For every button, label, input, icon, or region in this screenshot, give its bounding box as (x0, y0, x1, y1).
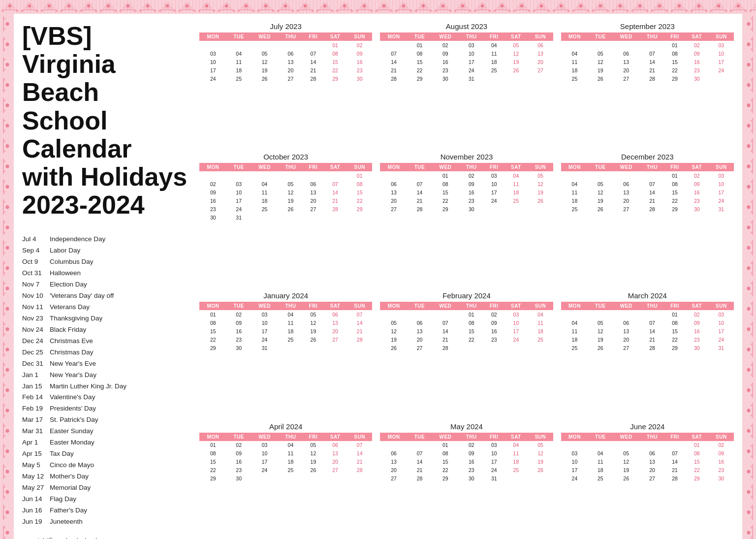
calendar-day-cell: 08 (685, 449, 709, 458)
calendar-day-cell: 08 (664, 49, 685, 58)
calendar-day-cell: 24 (504, 335, 528, 344)
holiday-date: Oct 9 (22, 256, 46, 268)
calendar-day-cell: 12 (251, 58, 279, 66)
calendar-8: March 2024MONTUEWEDTHUFRISATSUN010203040… (561, 291, 734, 413)
calendar-day-cell (199, 171, 227, 180)
holiday-item: Nov 7Election Day (22, 279, 189, 290)
calendar-day-cell: 06 (303, 180, 324, 188)
calendar-day-cell: 03 (251, 441, 279, 449)
calendar-day-cell (278, 344, 303, 352)
calendar-day-cell (588, 310, 612, 318)
holiday-date: Nov 23 (22, 313, 46, 324)
calendar-header-cell: TUE (227, 302, 251, 310)
calendar-day-cell: 26 (504, 66, 528, 74)
calendar-day-cell: 01 (432, 171, 459, 180)
calendar-day-cell: 26 (588, 205, 612, 213)
calendar-day-cell: 23 (484, 335, 504, 344)
holiday-date: Mar 31 (22, 426, 46, 437)
calendar-day-cell: 19 (380, 335, 408, 344)
calendar-day-cell: 24 (227, 205, 251, 213)
calendar-day-cell: 24 (251, 466, 279, 475)
calendar-table: MONTUEWEDTHUFRISATSUN0102030405060708091… (380, 163, 553, 213)
calendar-day-cell: 31 (227, 213, 251, 222)
calendar-header-cell: SUN (709, 433, 734, 441)
calendar-day-cell (278, 213, 303, 222)
holiday-date: Nov 10 (22, 290, 46, 302)
calendar-header-cell: WED (432, 32, 459, 41)
calendar-day-cell: 10 (484, 180, 504, 188)
calendar-day-cell: 07 (303, 49, 324, 58)
holiday-name: Presidents' Day (50, 403, 96, 414)
calendar-day-cell: 08 (199, 449, 227, 458)
calendar-day-cell: 16 (709, 458, 734, 466)
calendar-day-cell: 22 (408, 66, 432, 74)
holidays-list: Jul 4Independence DaySep 4Labor DayOct 9… (22, 234, 189, 527)
holiday-item: Nov 24Black Friday (22, 324, 189, 336)
calendar-day-cell: 22 (199, 335, 227, 344)
calendar-day-cell: 19 (278, 196, 303, 205)
calendar-day-cell (347, 213, 372, 222)
holiday-item: Feb 14Valentine's Day (22, 392, 189, 403)
holiday-item: Oct 31Halloween (22, 268, 189, 279)
calendar-header-cell: SUN (528, 302, 553, 310)
calendar-header-cell: WED (251, 32, 279, 41)
calendar-table: MONTUEWEDTHUFRISATSUN0102030405060708091… (561, 302, 734, 352)
calendar-day-cell (588, 441, 612, 449)
calendar-day-cell: 27 (612, 344, 640, 352)
calendar-day-cell: 31 (484, 475, 504, 483)
calendar-day-cell: 13 (380, 458, 408, 466)
calendar-table: MONTUEWEDTHUFRISATSUN0102030405060708091… (561, 163, 734, 213)
calendar-day-cell (380, 41, 408, 49)
calendar-day-cell: 20 (408, 335, 432, 344)
calendar-day-cell: 08 (432, 180, 459, 188)
calendar-day-cell: 17 (484, 188, 504, 196)
calendar-day-cell: 21 (408, 466, 432, 475)
calendar-day-cell: 20 (303, 196, 324, 205)
calendar-day-cell: 16 (685, 327, 709, 335)
calendar-day-cell: 21 (432, 335, 459, 344)
calendar-day-cell (251, 41, 279, 49)
calendar-header-cell: SAT (504, 433, 528, 441)
calendar-day-cell: 22 (664, 196, 685, 205)
calendar-day-cell: 08 (432, 449, 459, 458)
calendar-day-cell: 10 (709, 180, 734, 188)
calendar-day-cell: 04 (278, 441, 303, 449)
calendar-day-cell: 29 (664, 205, 685, 213)
calendar-header-cell: SUN (709, 302, 734, 310)
calendar-day-cell: 20 (612, 66, 640, 74)
calendar-day-cell: 20 (323, 327, 347, 335)
calendar-day-cell: 19 (528, 458, 553, 466)
calendar-header-cell: MON (561, 32, 589, 41)
calendar-day-cell: 10 (227, 188, 251, 196)
calendar-day-cell: 17 (459, 58, 484, 66)
calendar-day-cell: 02 (685, 310, 709, 318)
calendar-day-cell: 04 (561, 318, 589, 327)
holiday-name: Election Day (50, 279, 87, 290)
calendar-day-cell (709, 74, 734, 83)
holiday-item: Nov 10'Veterans Day' day off (22, 290, 189, 302)
calendar-day-cell: 14 (640, 58, 664, 66)
calendar-day-cell: 09 (227, 318, 251, 327)
calendar-day-cell: 23 (459, 196, 484, 205)
calendar-day-cell: 12 (504, 49, 528, 58)
holiday-date: Mar 17 (22, 414, 46, 426)
calendar-day-cell: 22 (459, 335, 484, 344)
calendar-day-cell: 29 (664, 74, 685, 83)
calendar-day-cell: 17 (561, 466, 589, 475)
calendar-day-cell: 25 (278, 466, 303, 475)
holiday-item: Jun 19Juneteenth (22, 516, 189, 528)
calendar-10: May 2024MONTUEWEDTHUFRISATSUN01020304050… (380, 422, 553, 539)
calendar-day-cell: 15 (459, 327, 484, 335)
holiday-name: Cinco de Mayo (50, 460, 94, 471)
calendar-day-cell: 18 (588, 466, 612, 475)
calendar-day-cell: 09 (459, 449, 484, 458)
calendar-day-cell (432, 310, 459, 318)
holiday-item: May 27Memorial Day (22, 482, 189, 494)
calendar-day-cell: 18 (561, 66, 589, 74)
calendar-table: MONTUEWEDTHUFRISATSUN0102030405060708091… (561, 32, 734, 83)
calendar-day-cell: 02 (709, 441, 734, 449)
calendar-day-cell: 02 (432, 41, 459, 49)
calendar-day-cell: 17 (504, 327, 528, 335)
calendar-header-cell: TUE (227, 163, 251, 171)
calendar-day-cell: 11 (504, 449, 528, 458)
